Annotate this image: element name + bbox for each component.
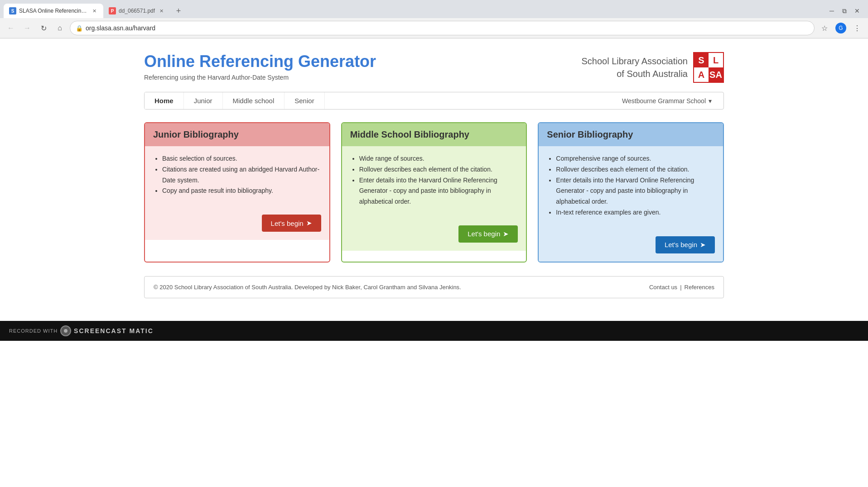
- tab-title-1: SLASA Online Referencing Gene...: [19, 8, 88, 14]
- screencast-dot: [64, 329, 68, 333]
- logo-cell-sa: SA: [709, 67, 723, 82]
- junior-point-2: Citations are created using an abridged …: [162, 164, 321, 186]
- profile-button[interactable]: G: [834, 22, 847, 34]
- page-content: Online Referencing Generator Referencing…: [117, 38, 751, 321]
- nav-tabs: Home Junior Middle school Senior: [145, 92, 325, 109]
- back-button[interactable]: ←: [5, 22, 17, 34]
- slasa-logo: S L A SA: [693, 52, 724, 83]
- page-subtitle: Referencing using the Harvard Author-Dat…: [144, 74, 376, 81]
- senior-begin-button[interactable]: Let's begin ➤: [656, 236, 715, 253]
- junior-card-footer: Let's begin ➤: [145, 215, 329, 240]
- forward-button[interactable]: →: [21, 22, 34, 34]
- middle-point-3: Enter details into the Harvard Online Re…: [359, 175, 518, 207]
- reload-button[interactable]: ↻: [37, 22, 50, 34]
- school-selector[interactable]: Westbourne Grammar School ▾: [615, 94, 719, 108]
- senior-card-list: Comprehensive range of sources. Rollover…: [547, 153, 715, 218]
- senior-card-footer: Let's begin ➤: [539, 236, 723, 262]
- address-bar[interactable]: 🔒 org.slasa.asn.au/harvard: [70, 21, 815, 35]
- screencast-icon: [60, 325, 71, 336]
- nav-bar: Home Junior Middle school Senior Westbou…: [144, 92, 724, 110]
- middle-card-body: Wide range of sources. Rollover describe…: [342, 146, 526, 225]
- middle-point-2: Rollover describes each element of the c…: [359, 164, 518, 175]
- arrow-icon: ➤: [700, 241, 706, 249]
- junior-card-body: Basic selection of sources. Citations ar…: [145, 146, 329, 215]
- contact-us-link[interactable]: Contact us: [649, 284, 677, 291]
- tab-2[interactable]: P dd_066571.pdf ✕: [103, 4, 170, 18]
- cards-row: Junior Bibliography Basic selection of s…: [144, 122, 724, 263]
- senior-card-body: Comprehensive range of sources. Rollover…: [539, 146, 723, 236]
- senior-card-header: Senior Bibliography: [539, 123, 723, 146]
- minimize-button[interactable]: ─: [828, 7, 835, 14]
- restore-button[interactable]: ⧉: [841, 7, 848, 14]
- home-button[interactable]: ⌂: [53, 22, 66, 34]
- middle-begin-button[interactable]: Let's begin ➤: [458, 225, 518, 243]
- address-text: org.slasa.asn.au/harvard: [86, 24, 809, 32]
- tab-bar: S SLASA Online Referencing Gene... ✕ P d…: [0, 0, 868, 18]
- tab-middle-school[interactable]: Middle school: [223, 92, 285, 109]
- logo-cell-l: L: [709, 53, 723, 67]
- screencast-logo: RECORDED WITH SCREENCAST MATIC: [9, 325, 154, 336]
- profile-avatar: G: [835, 23, 846, 33]
- junior-card-header: Junior Bibliography: [145, 123, 329, 146]
- senior-point-2: Rollover describes each element of the c…: [556, 164, 715, 175]
- tab-home[interactable]: Home: [145, 92, 184, 109]
- header-row: Online Referencing Generator Referencing…: [144, 52, 724, 83]
- middle-card-list: Wide range of sources. Rollover describe…: [350, 153, 518, 207]
- tab-favicon-2: P: [109, 7, 116, 14]
- browser-chrome: S SLASA Online Referencing Gene... ✕ P d…: [0, 0, 868, 38]
- menu-button[interactable]: ⋮: [851, 22, 863, 34]
- window-controls: ─ ⧉ ✕: [828, 7, 864, 14]
- junior-point-3: Copy and paste result into bibliography.: [162, 186, 321, 196]
- footer-links: Contact us | References: [649, 284, 714, 291]
- arrow-icon: ➤: [306, 219, 312, 227]
- page-title: Online Referencing Generator: [144, 52, 376, 71]
- screencast-brand: SCREENCAST MATIC: [74, 327, 154, 334]
- senior-point-4: In-text reference examples are given.: [556, 207, 715, 218]
- junior-card: Junior Bibliography Basic selection of s…: [144, 122, 330, 263]
- references-link[interactable]: References: [685, 284, 714, 291]
- recorded-with-text: RECORDED WITH: [9, 328, 58, 334]
- title-area: Online Referencing Generator Referencing…: [144, 52, 376, 81]
- tab-favicon-1: S: [9, 7, 16, 14]
- middle-card-footer: Let's begin ➤: [342, 225, 526, 251]
- close-button[interactable]: ✕: [854, 7, 861, 14]
- arrow-icon: ➤: [503, 230, 509, 238]
- logo-cell-a: A: [694, 67, 709, 82]
- senior-card: Senior Bibliography Comprehensive range …: [538, 122, 724, 263]
- logo-area: School Library Association of South Aust…: [581, 52, 724, 83]
- address-bar-row: ← → ↻ ⌂ 🔒 org.slasa.asn.au/harvard ☆ G ⋮: [0, 18, 868, 38]
- school-name: Westbourne Grammar School: [622, 97, 706, 105]
- footer: © 2020 School Library Association of Sou…: [144, 276, 724, 298]
- tab-close-2[interactable]: ✕: [158, 7, 165, 14]
- bookmark-button[interactable]: ☆: [818, 22, 831, 34]
- junior-point-1: Basic selection of sources.: [162, 153, 321, 164]
- new-tab-button[interactable]: +: [172, 5, 185, 17]
- junior-card-list: Basic selection of sources. Citations ar…: [153, 153, 321, 196]
- senior-point-3: Enter details into the Harvard Online Re…: [556, 175, 715, 207]
- tab-1[interactable]: S SLASA Online Referencing Gene... ✕: [4, 4, 103, 18]
- tab-close-1[interactable]: ✕: [91, 7, 98, 14]
- tab-junior[interactable]: Junior: [184, 92, 223, 109]
- senior-point-1: Comprehensive range of sources.: [556, 153, 715, 164]
- middle-point-1: Wide range of sources.: [359, 153, 518, 164]
- junior-begin-button[interactable]: Let's begin ➤: [262, 215, 321, 232]
- security-icon: 🔒: [76, 25, 83, 32]
- footer-copyright: © 2020 School Library Association of Sou…: [154, 284, 461, 291]
- tab-senior[interactable]: Senior: [285, 92, 324, 109]
- middle-card: Middle School Bibliography Wide range of…: [341, 122, 527, 263]
- logo-cell-s: S: [694, 53, 709, 67]
- screencast-bar: RECORDED WITH SCREENCAST MATIC: [0, 321, 868, 341]
- footer-separator: |: [680, 284, 681, 291]
- dropdown-chevron-icon: ▾: [709, 97, 712, 105]
- tab-title-2: dd_066571.pdf: [119, 8, 155, 14]
- middle-card-header: Middle School Bibliography: [342, 123, 526, 146]
- org-name: School Library Association of South Aust…: [581, 55, 688, 80]
